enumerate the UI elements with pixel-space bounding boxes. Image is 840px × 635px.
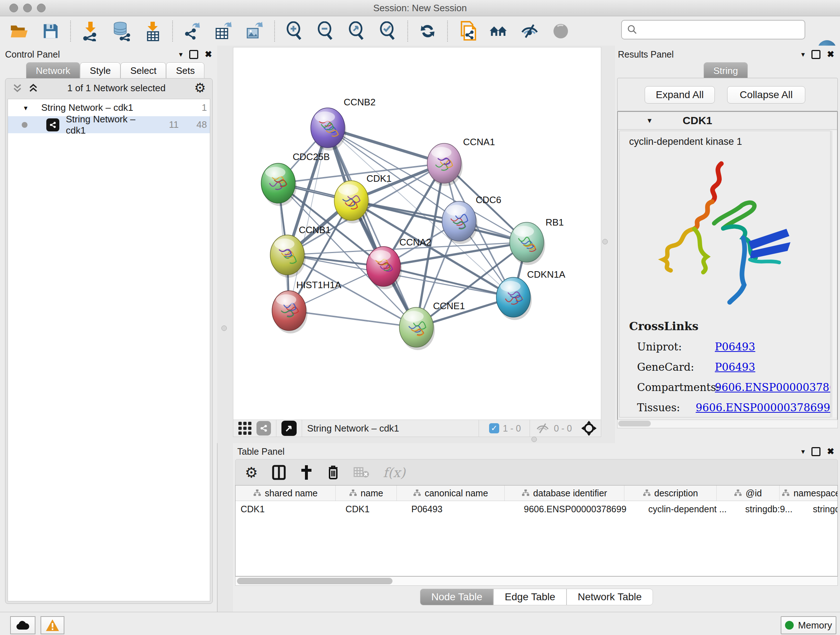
- zoom-out-icon[interactable]: [316, 22, 335, 41]
- results-hscroll-thumb[interactable]: [618, 421, 651, 426]
- network-edge[interactable]: [289, 310, 416, 327]
- column-header-label: description: [654, 488, 698, 499]
- tab-node-table[interactable]: Node Table: [420, 589, 493, 605]
- add-column-icon[interactable]: [300, 464, 313, 480]
- network-node[interactable]: CDC6: [442, 195, 501, 244]
- table-panel-maximize-icon[interactable]: [812, 447, 821, 456]
- network-node[interactable]: CCNB1: [270, 225, 331, 278]
- crosslink-link[interactable]: P06493: [715, 340, 755, 353]
- memory-button[interactable]: Memory: [781, 616, 836, 634]
- cloud-button[interactable]: [10, 616, 35, 634]
- string-document-icon[interactable]: [458, 22, 477, 41]
- results-panel-close-icon[interactable]: ✖: [827, 50, 834, 59]
- network-edge[interactable]: [384, 266, 513, 297]
- bottom-splitter-handle[interactable]: [531, 437, 537, 442]
- control-panel-close-icon[interactable]: ✖: [205, 50, 212, 59]
- tab-string[interactable]: String: [704, 62, 748, 79]
- column-header[interactable]: description: [624, 486, 717, 501]
- table-options-gear-icon[interactable]: ⚙: [245, 464, 258, 481]
- column-header[interactable]: @id: [717, 486, 780, 501]
- network-node[interactable]: CDKN1A: [496, 269, 565, 320]
- import-table-icon[interactable]: [143, 22, 162, 41]
- import-network-database-icon[interactable]: [112, 22, 131, 41]
- table-hscroll-thumb[interactable]: [237, 578, 393, 584]
- selected-checkbox-icon[interactable]: ✓: [489, 423, 499, 433]
- network-type-icon[interactable]: [256, 421, 271, 435]
- right-splitter-handle[interactable]: [602, 239, 608, 244]
- control-panel-float-icon[interactable]: ▾: [179, 50, 183, 59]
- eye-icon[interactable]: [551, 22, 570, 41]
- crosslink-label: Compartments:: [637, 381, 715, 394]
- table-cell[interactable]: P06493: [406, 501, 519, 517]
- expand-all-networks-icon[interactable]: [28, 82, 39, 93]
- table-cell[interactable]: cyclin-dependent ...: [643, 501, 740, 517]
- results-panel-float-icon[interactable]: ▾: [801, 50, 805, 59]
- tab-network[interactable]: Network: [26, 62, 80, 79]
- refresh-icon[interactable]: [418, 22, 437, 41]
- table-cell[interactable]: CDK1: [235, 501, 340, 517]
- column-header[interactable]: namespace: [780, 486, 838, 501]
- table-cell[interactable]: CDK1: [340, 501, 406, 517]
- zoom-in-icon[interactable]: [285, 22, 304, 41]
- grid-view-icon[interactable]: [238, 421, 252, 435]
- birdseye-view-button[interactable]: [281, 421, 297, 436]
- table-cell[interactable]: stringdb: [808, 501, 838, 517]
- network-status-dot: [22, 122, 27, 128]
- fit-selected-crosshair-icon[interactable]: [581, 420, 597, 437]
- control-panel-maximize-icon[interactable]: [189, 50, 198, 59]
- search-input[interactable]: [638, 22, 805, 37]
- collapse-all-networks-icon[interactable]: [12, 82, 23, 93]
- network-edge[interactable]: [328, 128, 416, 327]
- tab-network-table[interactable]: Network Table: [567, 589, 653, 605]
- column-tree-icon: [734, 489, 742, 497]
- collapse-all-button[interactable]: Collapse All: [727, 86, 805, 103]
- hide-unhide-icon[interactable]: [520, 22, 539, 41]
- table-panel: Table Panel ▾ ✖ ⚙ f(x) shared n: [233, 443, 840, 612]
- network-edge-count: 48: [182, 119, 207, 130]
- save-session-icon[interactable]: [41, 22, 60, 41]
- zoom-selected-icon[interactable]: [378, 22, 397, 41]
- crosslink-link[interactable]: P06493: [715, 361, 755, 373]
- network-row[interactable]: String Network – cdk1 11 48: [8, 116, 210, 133]
- table-horizontal-scrollbar[interactable]: [235, 576, 838, 586]
- column-header[interactable]: name: [336, 486, 397, 501]
- crosslink-link[interactable]: 9606.ENSP00000378699: [715, 381, 831, 394]
- network-node[interactable]: HIST1H1A: [272, 279, 341, 333]
- export-network-icon[interactable]: [183, 22, 202, 41]
- import-network-file-icon[interactable]: [81, 22, 100, 41]
- table-cell[interactable]: 9606.ENSP00000378699: [519, 501, 643, 517]
- tab-style[interactable]: Style: [80, 62, 120, 79]
- results-vertical-scrollbar[interactable]: [832, 131, 837, 417]
- show-columns-icon[interactable]: [272, 464, 286, 480]
- column-header[interactable]: canonical name: [397, 486, 505, 501]
- table-row[interactable]: CDK1CDK1P064939606.ENSP00000378699cyclin…: [235, 501, 837, 517]
- table-panel-float-icon[interactable]: ▾: [801, 447, 805, 456]
- network-node[interactable]: RB1: [510, 217, 564, 265]
- table-cell[interactable]: stringdb:9...: [740, 501, 808, 517]
- results-horizontal-scrollbar[interactable]: [617, 420, 838, 428]
- network-node[interactable]: CCNE1: [399, 301, 465, 350]
- table-panel-close-icon[interactable]: ✖: [827, 447, 834, 456]
- tab-sets[interactable]: Sets: [166, 62, 204, 79]
- open-session-icon[interactable]: [10, 22, 29, 41]
- network-canvas[interactable]: CCNB2CCNA1CDC25BCDK1CDC6RB1CCNB1CCNA2CDK…: [233, 47, 601, 420]
- network-node[interactable]: CCNA2: [366, 237, 431, 289]
- left-splitter-handle[interactable]: [221, 325, 227, 331]
- expand-all-button[interactable]: Expand All: [645, 86, 715, 103]
- column-header[interactable]: database identifier: [505, 486, 624, 501]
- warning-button[interactable]: [41, 616, 65, 634]
- network-options-gear-icon[interactable]: ⚙: [194, 80, 206, 96]
- delete-column-icon[interactable]: [327, 464, 340, 481]
- zoom-fit-icon[interactable]: [347, 22, 366, 41]
- export-image-icon[interactable]: [245, 22, 264, 41]
- tab-edge-table[interactable]: Edge Table: [493, 589, 567, 605]
- tab-select[interactable]: Select: [120, 62, 166, 79]
- network-node[interactable]: CCNB2: [311, 97, 376, 150]
- results-panel-maximize-icon[interactable]: [812, 50, 821, 59]
- collection-expander-icon[interactable]: ▾: [24, 103, 35, 112]
- gene-card-expander-icon[interactable]: ▾: [647, 116, 652, 125]
- crosslink-link[interactable]: 9606.ENSP00000378699: [696, 402, 830, 414]
- column-header[interactable]: shared name: [235, 486, 336, 501]
- homes-icon[interactable]: [489, 22, 508, 41]
- export-table-icon[interactable]: [214, 22, 233, 41]
